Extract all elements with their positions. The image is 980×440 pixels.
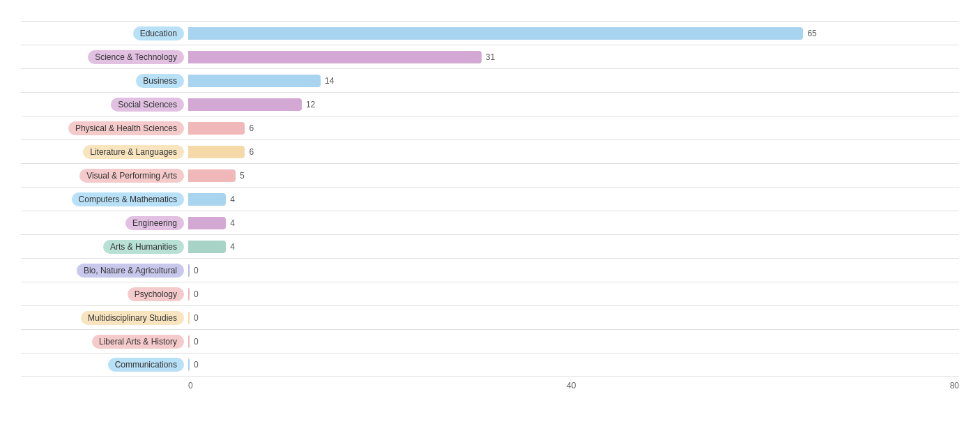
bar-container: 4	[188, 239, 959, 255]
bar-row: Engineering 4	[21, 211, 959, 234]
bar-label: Physical & Health Sciences	[68, 121, 184, 135]
bar-row: Literature & Languages 6	[21, 139, 959, 163]
bar-row: Science & Technology 31	[21, 45, 959, 68]
bar-label: Liberal Arts & History	[92, 335, 184, 349]
bar-row: Social Sciences 12	[21, 92, 959, 116]
bar-label-container: Computers & Mathematics	[21, 192, 188, 206]
bar-label-container: Communications	[21, 358, 188, 372]
bar-label: Multidisciplinary Studies	[81, 311, 184, 325]
bar	[188, 75, 321, 87]
bar-label-container: Social Sciences	[21, 98, 188, 112]
bar-value: 0	[194, 289, 199, 299]
bar	[188, 122, 245, 135]
bar-container: 0	[188, 334, 959, 349]
bar-value: 12	[306, 100, 315, 109]
bar-value: 0	[194, 266, 199, 275]
bar-value: 0	[194, 360, 199, 370]
bar-value: 0	[194, 313, 199, 323]
bar-row: Business 14	[21, 68, 959, 92]
bar	[188, 358, 190, 371]
x-axis-label: 40	[567, 381, 576, 390]
bar-container: 12	[188, 97, 959, 112]
bar-value: 5	[240, 171, 245, 181]
bar-label-container: Literature & Languages	[21, 145, 188, 159]
bar-value: 4	[230, 218, 235, 228]
bar-container: 0	[188, 263, 959, 278]
bar-label-container: Physical & Health Sciences	[21, 121, 188, 135]
bar-container: 0	[188, 287, 959, 302]
bar	[188, 51, 482, 63]
bar-label: Arts & Humanities	[103, 240, 184, 254]
bar-label-container: Visual & Performing Arts	[21, 169, 188, 183]
bar-row: Arts & Humanities 4	[21, 234, 959, 258]
x-axis-label: 80	[950, 381, 959, 390]
bar-row: Liberal Arts & History 0	[21, 329, 959, 353]
bar-row: Physical & Health Sciences 6	[21, 116, 959, 139]
bar-label: Education	[133, 26, 184, 40]
bar-label-container: Engineering	[21, 216, 188, 230]
bar-label: Science & Technology	[88, 50, 184, 64]
bar-container: 4	[188, 215, 959, 231]
bar-label: Engineering	[125, 216, 184, 230]
bar	[188, 241, 226, 253]
bar-container: 31	[188, 50, 959, 65]
bar	[188, 288, 190, 301]
bar-value: 4	[230, 195, 235, 204]
chart-area: Education 65 Science & Technology 31 Bus…	[21, 21, 959, 377]
bar-value: 14	[325, 76, 334, 86]
bar-label-container: Psychology	[21, 287, 188, 301]
bar-row: Bio, Nature & Agricultural 0	[21, 258, 959, 282]
bar-value: 4	[230, 242, 235, 252]
bar	[188, 98, 302, 111]
bar-label: Literature & Languages	[83, 145, 184, 159]
bar-container: 6	[188, 144, 959, 160]
bar-label-container: Arts & Humanities	[21, 240, 188, 254]
bar-container: 0	[188, 357, 959, 372]
bar-container: 0	[188, 310, 959, 326]
bar-container: 65	[188, 26, 959, 41]
bar-label-container: Multidisciplinary Studies	[21, 311, 188, 325]
bar	[188, 169, 236, 182]
bar-label: Business	[136, 74, 184, 88]
bar-value: 31	[486, 52, 495, 62]
bar-value: 6	[249, 123, 254, 133]
bar-value: 65	[807, 29, 816, 38]
bar-container: 6	[188, 121, 959, 136]
bar-label: Bio, Nature & Agricultural	[77, 264, 184, 278]
bar	[188, 146, 245, 158]
bar-label-container: Business	[21, 74, 188, 88]
bar-value: 0	[194, 337, 199, 347]
bar-row: Communications 0	[21, 353, 959, 377]
bar-value: 6	[249, 147, 254, 157]
bar-label: Social Sciences	[111, 98, 184, 112]
bar-row: Visual & Performing Arts 5	[21, 163, 959, 187]
bar-container: 4	[188, 192, 959, 207]
bar	[188, 217, 226, 229]
bar-row: Multidisciplinary Studies 0	[21, 305, 959, 329]
bar-label-container: Education	[21, 26, 188, 40]
x-axis-label: 0	[188, 381, 193, 390]
bar-label-container: Liberal Arts & History	[21, 335, 188, 349]
bar-label: Psychology	[128, 287, 184, 301]
bar-label: Visual & Performing Arts	[79, 169, 184, 183]
bar	[188, 27, 803, 40]
bar-row: Education 65	[21, 21, 959, 45]
bar	[188, 312, 190, 324]
bar-row: Psychology 0	[21, 282, 959, 305]
bar-label-container: Bio, Nature & Agricultural	[21, 264, 188, 278]
bar-row: Computers & Mathematics 4	[21, 187, 959, 211]
bar	[188, 335, 190, 348]
bar	[188, 264, 190, 277]
bar	[188, 193, 226, 206]
x-axis: 04080	[188, 377, 959, 390]
bar-label: Computers & Mathematics	[72, 192, 184, 206]
bar-container: 14	[188, 73, 959, 89]
bar-label-container: Science & Technology	[21, 50, 188, 64]
bar-container: 5	[188, 168, 959, 183]
bar-label: Communications	[108, 358, 184, 372]
